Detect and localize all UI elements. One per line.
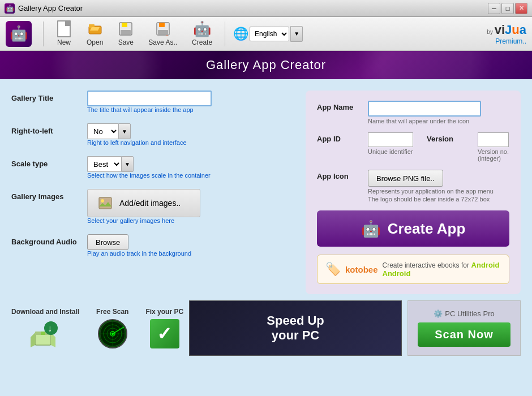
version-hint: Version no. (integer) bbox=[478, 148, 509, 162]
app-id-hint: Unique identifier bbox=[368, 148, 413, 155]
kotobee-icon: 🏷️ bbox=[325, 262, 341, 277]
gallery-images-field-group: Add/edit images.. Select your gallery im… bbox=[87, 189, 200, 224]
brand-area: by viJua Premium.. bbox=[487, 23, 526, 45]
scale-dropdown-arrow[interactable]: ▼ bbox=[121, 156, 134, 172]
new-button[interactable]: New bbox=[52, 19, 76, 49]
kotobee-logo: kotobee bbox=[345, 265, 378, 274]
scale-hint: Select how the images scale in the conta… bbox=[87, 172, 211, 179]
scale-label: Scale type bbox=[11, 156, 79, 168]
titlebar-controls: ─ □ ✕ bbox=[488, 3, 527, 14]
free-scan-item: Free Scan bbox=[96, 308, 128, 348]
save-as-icon: . bbox=[155, 21, 171, 37]
gallery-title-field-group: The title that will appear inside the ap… bbox=[87, 91, 212, 113]
pcutils-section: ⚙️ PC Utilities Pro Scan Now bbox=[407, 300, 521, 356]
fix-pc-item: Fix your PC ✓ bbox=[145, 308, 183, 348]
language-dropdown[interactable]: English bbox=[250, 27, 289, 41]
bottom-bar: Download and Install ↓ Free Scan bbox=[0, 300, 532, 356]
save-as-button[interactable]: . Save As.. bbox=[144, 19, 182, 49]
titlebar-app-icon: 🤖 bbox=[5, 3, 15, 14]
kotobee-banner[interactable]: 🏷️ kotobee Create interactive ebooks for… bbox=[317, 255, 509, 284]
app-icon-hint1: Represents your application on the app m… bbox=[368, 188, 494, 195]
bg-audio-label: Background Audio bbox=[11, 234, 79, 246]
pcutils-gear-icon: ⚙️ bbox=[434, 309, 443, 318]
brand-logo: by viJua bbox=[487, 23, 526, 37]
gallery-images-hint: Select your gallery images here bbox=[87, 217, 200, 224]
app-icon-label: App Icon bbox=[317, 170, 362, 180]
scale-field-group: Best Fit Fill ▼ Select how the images sc… bbox=[87, 156, 211, 179]
brand-premium: Premium.. bbox=[495, 37, 526, 45]
rtl-label: Right-to-left bbox=[11, 123, 79, 135]
toolbar: 🤖 New Open Save bbox=[0, 17, 532, 51]
app-name-label: App Name bbox=[317, 101, 362, 111]
svg-point-22 bbox=[111, 333, 114, 335]
toolbar-sep-1 bbox=[43, 21, 44, 46]
open-icon bbox=[87, 21, 103, 37]
scan-icon bbox=[98, 319, 127, 348]
left-panel: Gallery Title The title that will appear… bbox=[11, 91, 294, 294]
scale-row: Scale type Best Fit Fill ▼ Select how th… bbox=[11, 156, 294, 179]
minimize-button[interactable]: ─ bbox=[488, 3, 500, 14]
download-install-item: Download and Install ↓ bbox=[11, 308, 79, 348]
gallery-title-input[interactable] bbox=[87, 91, 212, 106]
open-button[interactable]: Open bbox=[82, 19, 108, 49]
version-field-group: Version no. (integer) bbox=[478, 132, 509, 162]
box-svg: ↓ bbox=[31, 319, 60, 348]
bg-audio-hint: Play an audio track in the background bbox=[87, 250, 191, 257]
download-install-label: Download and Install bbox=[11, 308, 79, 316]
bottom-left-items: Download and Install ↓ Free Scan bbox=[11, 302, 183, 354]
svg-point-10 bbox=[101, 199, 104, 203]
rtl-row: Right-to-left No Yes ▼ Right to left nav… bbox=[11, 123, 294, 146]
close-button[interactable]: ✕ bbox=[515, 3, 527, 14]
app-id-label: App ID bbox=[317, 132, 362, 143]
scale-dropdown-wrap: Best Fit Fill ▼ bbox=[87, 156, 211, 172]
gallery-title-label: Gallery Title bbox=[11, 91, 79, 102]
version-label: Version bbox=[427, 132, 472, 143]
download-icon: ↓ bbox=[31, 319, 60, 348]
version-input[interactable] bbox=[478, 132, 509, 147]
fix-pc-label: Fix your PC bbox=[145, 308, 183, 316]
create-app-button[interactable]: 🤖 Create App bbox=[317, 210, 509, 247]
app-name-input[interactable] bbox=[368, 101, 481, 117]
app-icon: 🤖 bbox=[6, 21, 32, 47]
rtl-dropdown[interactable]: No Yes bbox=[87, 123, 118, 139]
bg-audio-browse-button[interactable]: Browse bbox=[87, 234, 128, 250]
pcutils-label: ⚙️ PC Utilities Pro bbox=[434, 309, 494, 318]
header-banner: Gallery App Creator bbox=[0, 51, 532, 79]
add-images-button[interactable]: Add/edit images.. bbox=[87, 189, 200, 217]
android-create-icon: 🤖 bbox=[194, 21, 210, 37]
app-id-input[interactable] bbox=[368, 132, 413, 147]
bg-audio-field-group: Browse Play an audio track in the backgr… bbox=[87, 234, 191, 257]
scale-dropdown[interactable]: Best Fit Fill bbox=[87, 156, 121, 172]
save-button[interactable]: Save bbox=[113, 19, 138, 49]
language-dropdown-arrow[interactable]: ▼ bbox=[290, 26, 303, 42]
gallery-images-row: Gallery Images Add/edit images.. Select … bbox=[11, 189, 294, 224]
maximize-button[interactable]: □ bbox=[501, 3, 514, 14]
svg-text:.: . bbox=[166, 32, 168, 37]
right-panel: App Name Name that will appear under the… bbox=[306, 91, 521, 294]
header-title: Gallery App Creator bbox=[206, 58, 326, 72]
save-icon bbox=[118, 21, 134, 37]
create-app-android-icon: 🤖 bbox=[361, 219, 381, 238]
gallery-images-label: Gallery Images bbox=[11, 189, 79, 201]
titlebar-left: 🤖 Gallery App Creator bbox=[5, 3, 83, 14]
create-button[interactable]: 🤖 Create bbox=[187, 19, 217, 49]
svg-rect-6 bbox=[159, 23, 165, 27]
rtl-dropdown-arrow[interactable]: ▼ bbox=[118, 123, 131, 139]
app-id-version-row: App ID Unique identifier Version Version… bbox=[317, 132, 509, 162]
add-images-icon bbox=[98, 195, 114, 211]
bg-audio-row: Background Audio Browse Play an audio tr… bbox=[11, 234, 294, 257]
app-name-row: App Name Name that will appear under the… bbox=[317, 101, 509, 124]
svg-rect-9 bbox=[99, 197, 111, 209]
app-icon-hint2: The logo should be clear inside a 72x72 … bbox=[368, 196, 494, 203]
svg-rect-4 bbox=[121, 30, 131, 35]
speedup-text: Speed Up your PC bbox=[267, 313, 324, 343]
browse-png-button[interactable]: Browse PNG file.. bbox=[368, 170, 443, 187]
svg-rect-13 bbox=[41, 332, 45, 335]
speedup-banner[interactable]: Speed Up your PC bbox=[189, 300, 402, 356]
toolbar-sep-2 bbox=[225, 21, 225, 46]
app-icon-row: App Icon Browse PNG file.. Represents yo… bbox=[317, 170, 509, 203]
rtl-field-group: No Yes ▼ Right to left navigation and in… bbox=[87, 123, 187, 146]
rtl-dropdown-wrap: No Yes ▼ bbox=[87, 123, 187, 139]
free-scan-label: Free Scan bbox=[96, 308, 128, 316]
scan-now-button[interactable]: Scan Now bbox=[418, 322, 510, 347]
